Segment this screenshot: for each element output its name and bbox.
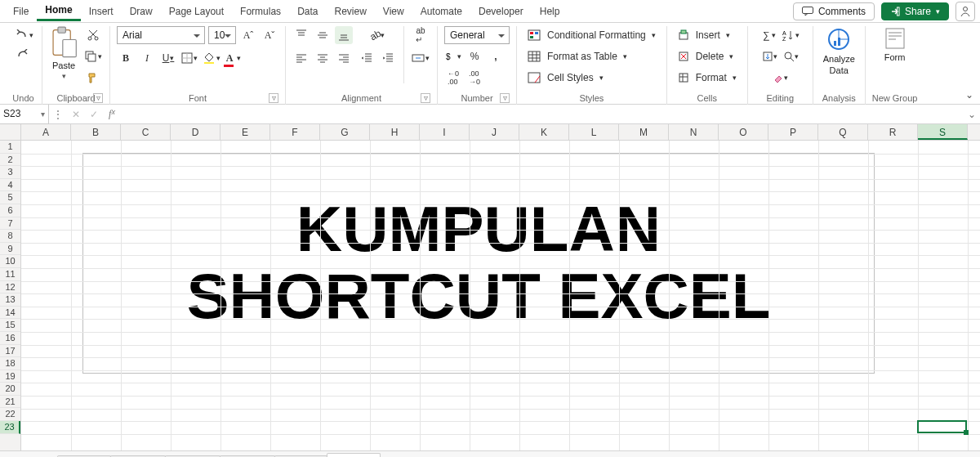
column-header-D[interactable]: D [171, 124, 220, 140]
tab-automate[interactable]: Automate [412, 2, 470, 20]
tab-home[interactable]: Home [37, 1, 80, 21]
row-header-3[interactable]: 3 [0, 166, 20, 179]
fill-button[interactable]: ▾ [760, 47, 778, 65]
row-header-11[interactable]: 11 [0, 268, 20, 281]
align-left-button[interactable] [292, 49, 310, 67]
align-middle-button[interactable] [314, 26, 332, 44]
row-header-20[interactable]: 20 [0, 383, 20, 396]
row-header-19[interactable]: 19 [0, 370, 20, 383]
cell-styles-button[interactable]: Cell Styles▾ [523, 69, 608, 87]
row-header-8[interactable]: 8 [0, 230, 20, 243]
column-header-H[interactable]: H [370, 124, 420, 140]
floating-textbox[interactable]: KUMPULAN SHORTCUT EXCEL [82, 153, 875, 374]
row-header-21[interactable]: 21 [0, 396, 20, 409]
font-color-button[interactable]: A▾ [225, 49, 243, 67]
column-header-N[interactable]: N [669, 124, 719, 140]
shrink-font-button[interactable]: Aˇ [261, 26, 278, 44]
format-as-table-button[interactable]: Format as Table▾ [523, 47, 631, 65]
tab-data[interactable]: Data [289, 2, 326, 20]
insert-function-button[interactable]: fx [103, 108, 121, 120]
row-header-6[interactable]: 6 [0, 204, 20, 217]
autosum-button[interactable]: ∑▾ [760, 26, 778, 44]
collapse-ribbon-button[interactable]: ⌄ [965, 89, 973, 101]
sheet-tab[interactable]: Sheet1 [327, 453, 381, 458]
align-bottom-button[interactable] [335, 26, 353, 44]
row-header-5[interactable]: 5 [0, 191, 20, 204]
comma-button[interactable]: , [487, 47, 505, 65]
tab-help[interactable]: Help [532, 2, 568, 20]
italic-button[interactable]: I [138, 49, 156, 67]
row-header-23[interactable]: 23 [0, 421, 20, 434]
copilot-button[interactable] [956, 2, 975, 21]
tab-file[interactable]: File [5, 2, 37, 20]
wrap-text-button[interactable]: ab↵ [412, 26, 430, 44]
tab-view[interactable]: View [375, 2, 412, 20]
increase-decimal-button[interactable]: ←0.00 [444, 69, 462, 87]
format-cells-button[interactable]: Format▾ [674, 69, 741, 87]
font-launcher[interactable]: ▿ [269, 93, 278, 103]
row-header-7[interactable]: 7 [0, 217, 20, 231]
menu-more-button[interactable]: ⋮ [49, 109, 67, 120]
fill-color-button[interactable]: ▾ [202, 49, 221, 67]
analyze-data-button[interactable]: Analyze Data [823, 26, 855, 75]
format-painter-button[interactable] [84, 69, 102, 87]
paste-button[interactable]: Paste ▾ [49, 26, 78, 80]
cells-area[interactable]: KUMPULAN SHORTCUT EXCEL [21, 141, 980, 450]
row-header-14[interactable]: 14 [0, 307, 20, 320]
align-right-button[interactable] [335, 49, 353, 67]
copy-button[interactable]: ▾ [83, 47, 103, 65]
percent-button[interactable]: % [466, 47, 483, 65]
tab-page-layout[interactable]: Page Layout [161, 2, 232, 20]
row-header-10[interactable]: 10 [0, 255, 20, 268]
column-header-L[interactable]: L [569, 124, 619, 140]
column-header-R[interactable]: R [868, 124, 918, 140]
share-button[interactable]: Share ▾ [881, 2, 949, 20]
row-header-4[interactable]: 4 [0, 179, 20, 192]
column-header-P[interactable]: P [768, 124, 818, 140]
font-name-select[interactable]: Arial [117, 26, 205, 44]
underline-button[interactable]: U▾ [159, 49, 177, 67]
tab-review[interactable]: Review [326, 2, 374, 20]
accounting-button[interactable]: $▾ [444, 47, 462, 65]
column-header-S[interactable]: S [918, 124, 968, 140]
expand-formula-button[interactable]: ⌄ [964, 109, 980, 120]
increase-indent-button[interactable] [379, 49, 397, 67]
row-header-15[interactable]: 15 [0, 319, 20, 332]
find-button[interactable]: ▾ [782, 47, 800, 65]
row-header-22[interactable]: 22 [0, 408, 20, 421]
comments-button[interactable]: Comments [793, 2, 875, 20]
column-header-O[interactable]: O [719, 124, 768, 140]
cut-button[interactable] [84, 26, 102, 44]
enter-formula-button[interactable]: ✓ [85, 109, 103, 120]
row-header-16[interactable]: 16 [0, 332, 20, 345]
row-header-9[interactable]: 9 [0, 243, 20, 256]
column-header-A[interactable]: A [21, 124, 71, 140]
grid[interactable]: 1234567891011121314151617181920212223 KU… [0, 141, 980, 450]
row-header-12[interactable]: 12 [0, 281, 20, 294]
conditional-formatting-button[interactable]: Conditional Formatting▾ [523, 26, 660, 44]
row-header-13[interactable]: 13 [0, 293, 20, 307]
column-header-G[interactable]: G [320, 124, 370, 140]
font-size-select[interactable]: 10 [208, 26, 236, 44]
column-header-F[interactable]: F [270, 124, 320, 140]
row-header-18[interactable]: 18 [0, 357, 20, 370]
align-center-button[interactable] [314, 49, 332, 67]
grow-font-button[interactable]: Aˆ [239, 26, 257, 44]
clipboard-launcher[interactable]: ▿ [93, 93, 103, 103]
form-button[interactable]: Form [883, 26, 907, 62]
number-format-select[interactable]: General [444, 26, 510, 44]
column-header-Q[interactable]: Q [818, 124, 868, 140]
alignment-launcher[interactable]: ▿ [421, 93, 430, 103]
column-header-M[interactable]: M [619, 124, 669, 140]
cancel-formula-button[interactable]: ✕ [67, 109, 85, 120]
tab-insert[interactable]: Insert [81, 2, 122, 20]
name-box[interactable]: S23▾ [0, 105, 49, 124]
align-top-button[interactable] [292, 26, 310, 44]
column-header-I[interactable]: I [420, 124, 470, 140]
column-header-K[interactable]: K [519, 124, 569, 140]
insert-cells-button[interactable]: Insert▾ [674, 26, 734, 44]
row-header-17[interactable]: 17 [0, 345, 20, 358]
column-header-J[interactable]: J [470, 124, 519, 140]
select-all-corner[interactable] [0, 124, 21, 140]
tab-developer[interactable]: Developer [470, 2, 532, 20]
